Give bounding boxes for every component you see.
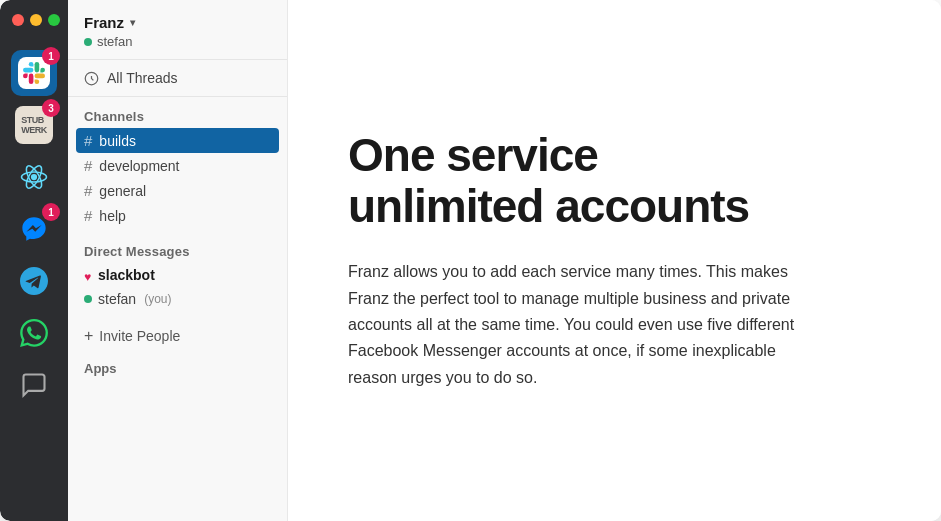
sidebar-item-messenger[interactable]: 1	[11, 206, 57, 252]
invite-label: Invite People	[99, 328, 180, 344]
messenger-badge: 1	[42, 203, 60, 221]
user-status: stefan	[84, 34, 271, 49]
icon-bar: 1 STUBWERK 3 1	[0, 0, 68, 521]
sidebar-item-slack[interactable]: 1	[11, 50, 57, 96]
slackbot-heart-icon: ♥	[84, 271, 92, 279]
invite-people-button[interactable]: + Invite People	[68, 319, 287, 353]
channels-section: Channels # builds # development # genera…	[68, 97, 287, 232]
stefan-status-dot	[84, 295, 92, 303]
sidebar-header: Franz ▾ stefan	[68, 0, 287, 60]
channel-name: help	[99, 208, 125, 224]
channels-label: Channels	[68, 109, 287, 124]
sidebar: Franz ▾ stefan All Threads Channels # bu…	[68, 0, 288, 521]
dm-name-stefan: stefan	[98, 291, 136, 307]
promo-text: One service unlimited accounts Franz all…	[348, 130, 828, 391]
slack-badge: 1	[42, 47, 60, 65]
channel-development[interactable]: # development	[68, 153, 287, 178]
sidebar-item-chat[interactable]	[11, 362, 57, 408]
sidebar-item-telegram[interactable]	[11, 258, 57, 304]
dm-stefan[interactable]: stefan (you)	[68, 287, 287, 311]
dm-label: Direct Messages	[68, 244, 287, 259]
workspace-name[interactable]: Franz ▾	[84, 14, 271, 31]
dm-slackbot[interactable]: ♥ slackbot	[68, 263, 287, 287]
apps-label: Apps	[68, 353, 287, 380]
hash-icon: #	[84, 182, 92, 199]
minimize-button[interactable]	[30, 14, 42, 26]
traffic-lights	[12, 14, 60, 26]
user-name: stefan	[97, 34, 132, 49]
headline-line2: unlimited accounts	[348, 180, 749, 232]
dm-section: Direct Messages ♥ slackbot stefan (you)	[68, 232, 287, 315]
promo-body: Franz allows you to add each service man…	[348, 259, 828, 391]
threads-icon	[84, 71, 99, 86]
online-status-dot	[84, 38, 92, 46]
promo-headline: One service unlimited accounts	[348, 130, 828, 231]
headline-line1: One service	[348, 129, 598, 181]
all-threads-button[interactable]: All Threads	[68, 60, 287, 97]
plus-icon: +	[84, 327, 93, 345]
svg-point-0	[31, 174, 37, 180]
sidebar-item-react[interactable]	[11, 154, 57, 200]
workspace-name-text: Franz	[84, 14, 124, 31]
all-threads-label: All Threads	[107, 70, 178, 86]
dm-name-slackbot: slackbot	[98, 267, 155, 283]
close-button[interactable]	[12, 14, 24, 26]
hash-icon: #	[84, 207, 92, 224]
sidebar-item-stubwerk[interactable]: STUBWERK 3	[11, 102, 57, 148]
channel-name: builds	[99, 133, 136, 149]
channel-builds[interactable]: # builds	[76, 128, 279, 153]
sidebar-item-whatsapp[interactable]	[11, 310, 57, 356]
channel-name: development	[99, 158, 179, 174]
main-content: One service unlimited accounts Franz all…	[288, 0, 941, 521]
hash-icon: #	[84, 132, 92, 149]
maximize-button[interactable]	[48, 14, 60, 26]
channel-general[interactable]: # general	[68, 178, 287, 203]
dm-you-label: (you)	[144, 292, 171, 306]
channel-name: general	[99, 183, 146, 199]
stubwerk-badge: 3	[42, 99, 60, 117]
channel-help[interactable]: # help	[68, 203, 287, 228]
hash-icon: #	[84, 157, 92, 174]
workspace-chevron-icon: ▾	[130, 17, 135, 28]
